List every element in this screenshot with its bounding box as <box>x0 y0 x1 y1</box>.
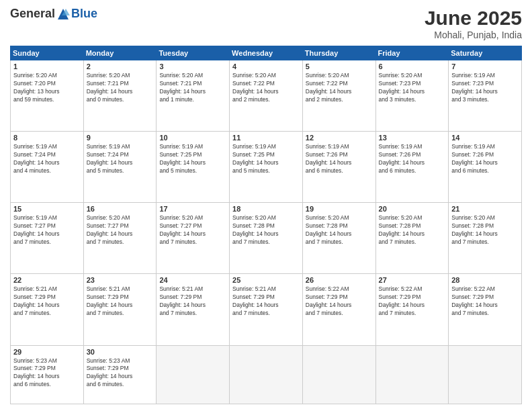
day-number: 5 <box>306 62 373 71</box>
table-row: 8Sunrise: 5:19 AMSunset: 7:24 PMDaylight… <box>11 132 522 203</box>
table-cell <box>157 345 230 404</box>
cell-info: Sunrise: 5:19 AMSunset: 7:23 PMDaylight:… <box>451 72 498 103</box>
month-title: June 2025 <box>425 7 522 30</box>
header-thursday: Thursday <box>302 46 375 60</box>
cell-info: Sunrise: 5:19 AMSunset: 7:27 PMDaylight:… <box>13 214 60 245</box>
table-cell: 7Sunrise: 5:19 AMSunset: 7:23 PMDaylight… <box>449 60 522 132</box>
table-cell: 10Sunrise: 5:19 AMSunset: 7:25 PMDayligh… <box>157 132 230 203</box>
day-number: 25 <box>232 276 300 284</box>
cell-info: Sunrise: 5:19 AMSunset: 7:25 PMDaylight:… <box>159 143 206 174</box>
logo-general-text: General <box>10 7 55 21</box>
header-monday: Monday <box>83 46 157 60</box>
day-number: 30 <box>87 348 154 356</box>
header-saturday: Saturday <box>449 46 522 60</box>
table-cell: 16Sunrise: 5:20 AMSunset: 7:27 PMDayligh… <box>83 203 157 274</box>
title-block: June 2025 Mohali, Punjab, India <box>425 7 522 40</box>
cell-info: Sunrise: 5:22 AMSunset: 7:29 PMDaylight:… <box>451 285 498 316</box>
location-title: Mohali, Punjab, India <box>425 30 522 40</box>
calendar-header-row: Sunday Monday Tuesday Wednesday Thursday… <box>11 46 522 60</box>
table-row: 22Sunrise: 5:21 AMSunset: 7:29 PMDayligh… <box>11 274 522 345</box>
logo-icon <box>56 7 70 21</box>
cell-info: Sunrise: 5:21 AMSunset: 7:29 PMDaylight:… <box>87 285 133 316</box>
table-cell: 23Sunrise: 5:21 AMSunset: 7:29 PMDayligh… <box>83 274 157 345</box>
table-row: 1Sunrise: 5:20 AMSunset: 7:20 PMDaylight… <box>11 60 522 132</box>
day-number: 26 <box>306 276 373 284</box>
table-cell: 6Sunrise: 5:20 AMSunset: 7:23 PMDaylight… <box>375 60 449 132</box>
table-cell: 25Sunrise: 5:21 AMSunset: 7:29 PMDayligh… <box>230 274 303 345</box>
table-cell: 4Sunrise: 5:20 AMSunset: 7:22 PMDaylight… <box>230 60 303 132</box>
table-cell: 1Sunrise: 5:20 AMSunset: 7:20 PMDaylight… <box>11 60 84 132</box>
day-number: 14 <box>451 134 519 142</box>
cell-info: Sunrise: 5:19 AMSunset: 7:26 PMDaylight:… <box>379 143 425 174</box>
header-sunday: Sunday <box>11 46 84 60</box>
table-cell: 21Sunrise: 5:20 AMSunset: 7:28 PMDayligh… <box>449 203 522 274</box>
table-cell: 30Sunrise: 5:23 AMSunset: 7:29 PMDayligh… <box>83 345 157 404</box>
cell-info: Sunrise: 5:21 AMSunset: 7:29 PMDaylight:… <box>232 285 279 316</box>
table-row: 15Sunrise: 5:19 AMSunset: 7:27 PMDayligh… <box>11 203 522 274</box>
calendar-table: Sunday Monday Tuesday Wednesday Thursday… <box>10 46 522 404</box>
table-cell: 24Sunrise: 5:21 AMSunset: 7:29 PMDayligh… <box>157 274 230 345</box>
table-cell: 27Sunrise: 5:22 AMSunset: 7:29 PMDayligh… <box>375 274 449 345</box>
cell-info: Sunrise: 5:23 AMSunset: 7:29 PMDaylight:… <box>87 357 133 388</box>
cell-info: Sunrise: 5:20 AMSunset: 7:21 PMDaylight:… <box>159 72 206 103</box>
cell-info: Sunrise: 5:20 AMSunset: 7:27 PMDaylight:… <box>159 214 206 245</box>
day-number: 18 <box>232 205 300 213</box>
table-cell: 2Sunrise: 5:20 AMSunset: 7:21 PMDaylight… <box>83 60 157 132</box>
day-number: 4 <box>232 62 300 71</box>
table-cell: 18Sunrise: 5:20 AMSunset: 7:28 PMDayligh… <box>230 203 303 274</box>
day-number: 16 <box>87 205 154 213</box>
day-number: 13 <box>379 134 446 142</box>
day-number: 10 <box>159 134 226 142</box>
day-number: 6 <box>379 62 446 71</box>
table-cell <box>449 345 522 404</box>
header-friday: Friday <box>375 46 449 60</box>
day-number: 19 <box>306 205 373 213</box>
table-cell <box>375 345 449 404</box>
cell-info: Sunrise: 5:22 AMSunset: 7:29 PMDaylight:… <box>379 285 425 316</box>
day-number: 29 <box>13 348 81 356</box>
cell-info: Sunrise: 5:21 AMSunset: 7:29 PMDaylight:… <box>13 285 60 316</box>
day-number: 7 <box>451 62 519 71</box>
table-row: 29Sunrise: 5:23 AMSunset: 7:29 PMDayligh… <box>11 345 522 404</box>
table-cell: 9Sunrise: 5:19 AMSunset: 7:24 PMDaylight… <box>83 132 157 203</box>
table-cell: 11Sunrise: 5:19 AMSunset: 7:25 PMDayligh… <box>230 132 303 203</box>
cell-info: Sunrise: 5:20 AMSunset: 7:21 PMDaylight:… <box>87 72 133 103</box>
cell-info: Sunrise: 5:20 AMSunset: 7:22 PMDaylight:… <box>306 72 352 103</box>
table-cell <box>302 345 375 404</box>
table-cell: 22Sunrise: 5:21 AMSunset: 7:29 PMDayligh… <box>11 274 84 345</box>
cell-info: Sunrise: 5:21 AMSunset: 7:29 PMDaylight:… <box>159 285 206 316</box>
table-cell: 19Sunrise: 5:20 AMSunset: 7:28 PMDayligh… <box>302 203 375 274</box>
table-cell: 8Sunrise: 5:19 AMSunset: 7:24 PMDaylight… <box>11 132 84 203</box>
header-tuesday: Tuesday <box>157 46 230 60</box>
cell-info: Sunrise: 5:23 AMSunset: 7:29 PMDaylight:… <box>13 357 60 388</box>
day-number: 20 <box>379 205 446 213</box>
day-number: 3 <box>159 62 226 71</box>
table-cell: 5Sunrise: 5:20 AMSunset: 7:22 PMDaylight… <box>302 60 375 132</box>
day-number: 22 <box>13 276 81 284</box>
header: General Blue June 2025 Mohali, Punjab, I… <box>10 7 522 40</box>
cell-info: Sunrise: 5:20 AMSunset: 7:28 PMDaylight:… <box>306 214 352 245</box>
header-wednesday: Wednesday <box>230 46 303 60</box>
logo: General Blue <box>10 7 97 21</box>
day-number: 2 <box>87 62 154 71</box>
cell-info: Sunrise: 5:20 AMSunset: 7:27 PMDaylight:… <box>87 214 133 245</box>
table-cell: 17Sunrise: 5:20 AMSunset: 7:27 PMDayligh… <box>157 203 230 274</box>
cell-info: Sunrise: 5:19 AMSunset: 7:24 PMDaylight:… <box>13 143 60 174</box>
cell-info: Sunrise: 5:20 AMSunset: 7:20 PMDaylight:… <box>13 72 60 103</box>
table-cell: 29Sunrise: 5:23 AMSunset: 7:29 PMDayligh… <box>11 345 84 404</box>
cell-info: Sunrise: 5:20 AMSunset: 7:28 PMDaylight:… <box>379 214 425 245</box>
day-number: 27 <box>379 276 446 284</box>
day-number: 8 <box>13 134 81 142</box>
cell-info: Sunrise: 5:20 AMSunset: 7:23 PMDaylight:… <box>379 72 425 103</box>
cell-info: Sunrise: 5:20 AMSunset: 7:28 PMDaylight:… <box>232 214 279 245</box>
table-cell: 14Sunrise: 5:19 AMSunset: 7:26 PMDayligh… <box>449 132 522 203</box>
cell-info: Sunrise: 5:19 AMSunset: 7:26 PMDaylight:… <box>451 143 498 174</box>
day-number: 15 <box>13 205 81 213</box>
table-cell: 12Sunrise: 5:19 AMSunset: 7:26 PMDayligh… <box>302 132 375 203</box>
day-number: 21 <box>451 205 519 213</box>
cell-info: Sunrise: 5:19 AMSunset: 7:24 PMDaylight:… <box>87 143 133 174</box>
day-number: 1 <box>13 62 81 71</box>
day-number: 12 <box>306 134 373 142</box>
day-number: 24 <box>159 276 226 284</box>
day-number: 17 <box>159 205 226 213</box>
